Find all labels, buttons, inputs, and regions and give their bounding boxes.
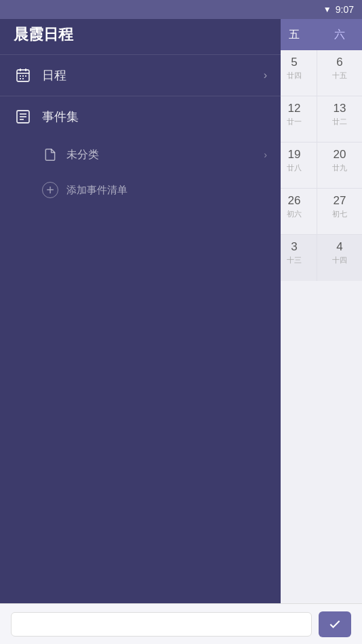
- day-number: 6: [336, 56, 342, 69]
- app-title: 晨霞日程: [14, 24, 73, 45]
- drawer-item-eventsets[interactable]: 事件集: [0, 96, 281, 137]
- day-number: 12: [288, 102, 301, 115]
- calendar-day[interactable]: 27 初七: [317, 189, 362, 235]
- day-number: 20: [334, 148, 346, 162]
- drawer-sub-uncategorized[interactable]: 未分类 ›: [0, 137, 281, 172]
- calendar-icon: [14, 66, 33, 85]
- day-number: 4: [336, 240, 342, 254]
- calendar-day[interactable]: 6 十五: [317, 50, 362, 96]
- day-lunar: 十四: [332, 255, 347, 265]
- check-button[interactable]: [319, 611, 351, 637]
- add-list-label: 添加事件清单: [66, 184, 127, 197]
- calendar-day[interactable]: 13 廿二: [317, 96, 362, 143]
- weekday-sat: 六: [317, 28, 362, 42]
- day-lunar: 廿八: [287, 163, 302, 173]
- day-lunar: 廿四: [287, 71, 302, 81]
- bottom-bar: [0, 603, 362, 644]
- day-lunar: 初七: [332, 209, 347, 219]
- day-lunar: 十五: [332, 71, 347, 81]
- day-lunar: 廿二: [332, 117, 347, 127]
- wifi-icon: ▼: [323, 5, 331, 14]
- add-icon: +: [42, 182, 58, 198]
- day-number: 27: [334, 194, 346, 208]
- uncategorized-arrow: ›: [264, 149, 267, 160]
- day-lunar: 十三: [287, 255, 302, 265]
- file-icon: [42, 147, 58, 163]
- day-lunar: 初六: [287, 209, 302, 219]
- day-lunar: 廿一: [287, 117, 302, 127]
- day-number: 19: [288, 148, 301, 162]
- day-number: 26: [288, 194, 301, 208]
- calendar-day[interactable]: 20 廿九: [317, 143, 362, 189]
- status-bar: ▼ 9:07: [0, 0, 362, 19]
- eventsets-label: 事件集: [42, 109, 267, 125]
- drawer-add-list[interactable]: + 添加事件清单: [0, 172, 281, 208]
- drawer-panel: 晨霞日程 日程 ›: [0, 0, 281, 644]
- list-icon: [14, 107, 33, 126]
- status-time: 9:07: [336, 4, 354, 15]
- calendar-day[interactable]: 4 十四: [317, 235, 362, 281]
- drawer-item-schedule[interactable]: 日程 ›: [0, 54, 281, 96]
- day-number: 3: [291, 240, 297, 254]
- schedule-label: 日程: [42, 67, 264, 83]
- day-number: 13: [334, 102, 346, 115]
- schedule-arrow: ›: [264, 69, 267, 81]
- day-number: 5: [291, 56, 297, 69]
- bottom-input[interactable]: [11, 612, 312, 637]
- calendar-weekdays: 五 六: [271, 28, 362, 42]
- day-lunar: 廿九: [332, 163, 347, 173]
- uncategorized-label: 未分类: [66, 148, 264, 162]
